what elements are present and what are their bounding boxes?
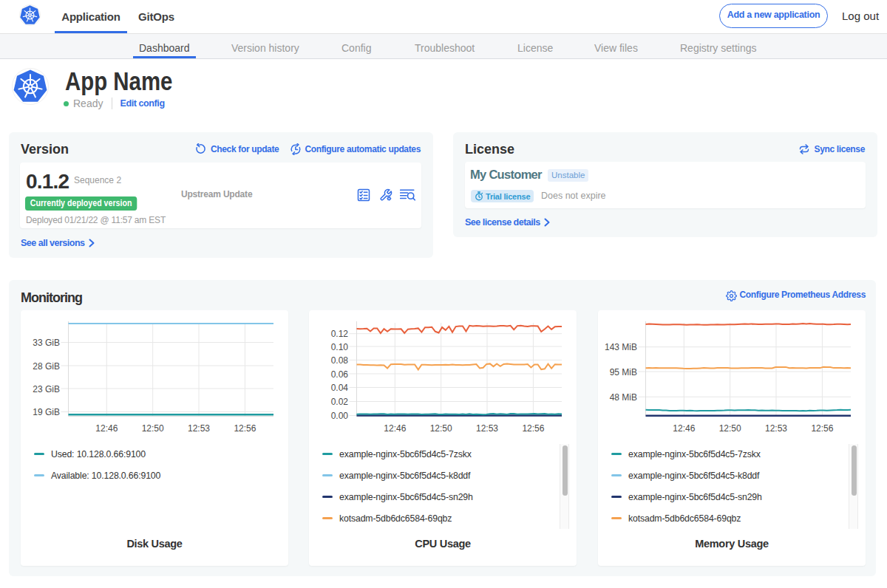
svg-text:0.10: 0.10: [331, 342, 349, 352]
svg-text:0.00: 0.00: [331, 411, 349, 421]
svg-text:12:53: 12:53: [188, 423, 210, 434]
svg-text:0.12: 0.12: [331, 329, 349, 339]
svg-text:143 MiB: 143 MiB: [605, 342, 637, 352]
svg-text:0.04: 0.04: [331, 383, 349, 393]
svg-text:12:53: 12:53: [476, 423, 498, 434]
svg-text:12:56: 12:56: [522, 423, 544, 434]
svg-text:95 MiB: 95 MiB: [610, 367, 637, 377]
svg-text:23 GiB: 23 GiB: [33, 384, 60, 394]
svg-text:12:56: 12:56: [811, 423, 833, 434]
svg-text:48 MiB: 48 MiB: [610, 392, 637, 403]
svg-text:19 GiB: 19 GiB: [33, 407, 60, 417]
svg-text:12:46: 12:46: [95, 423, 118, 434]
svg-text:0.08: 0.08: [331, 355, 349, 366]
svg-text:12:46: 12:46: [673, 423, 695, 434]
svg-text:0.02: 0.02: [331, 397, 349, 407]
svg-text:12:50: 12:50: [719, 423, 741, 434]
svg-text:12:53: 12:53: [765, 423, 787, 434]
svg-text:12:50: 12:50: [142, 423, 164, 434]
svg-text:12:50: 12:50: [430, 423, 452, 434]
svg-text:0.06: 0.06: [331, 369, 349, 380]
svg-text:12:56: 12:56: [234, 423, 256, 434]
svg-text:28 GiB: 28 GiB: [33, 361, 60, 372]
svg-text:12:46: 12:46: [384, 423, 406, 434]
svg-text:33 GiB: 33 GiB: [33, 338, 60, 348]
